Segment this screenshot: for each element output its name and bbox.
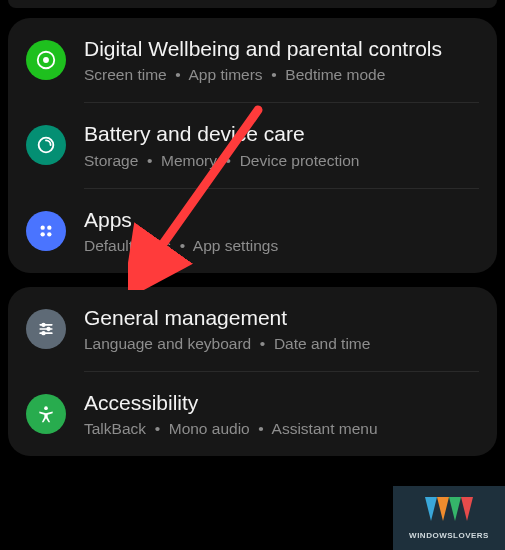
svg-marker-17 [437, 497, 449, 521]
settings-row-title: General management [84, 305, 479, 331]
settings-card-group-2: General management Language and keyboard… [8, 287, 497, 457]
svg-marker-16 [425, 497, 437, 521]
svg-marker-18 [449, 497, 461, 521]
svg-point-11 [47, 328, 50, 331]
settings-row-digital-wellbeing[interactable]: Digital Wellbeing and parental controls … [8, 18, 497, 102]
watermark-logo-icon [425, 497, 473, 527]
settings-row-title: Battery and device care [84, 121, 479, 147]
svg-point-5 [41, 232, 45, 236]
svg-point-6 [47, 232, 51, 236]
settings-row-text: Apps Default apps • App settings [84, 207, 479, 255]
svg-marker-19 [461, 497, 473, 521]
svg-point-1 [43, 57, 49, 63]
settings-row-subtitle: Language and keyboard • Date and time [84, 335, 479, 353]
settings-row-battery-device-care[interactable]: Battery and device care Storage • Memory… [8, 103, 497, 187]
svg-point-3 [41, 225, 45, 229]
settings-row-subtitle: Storage • Memory • Device protection [84, 152, 479, 170]
digital-wellbeing-icon [26, 40, 66, 80]
accessibility-icon [26, 394, 66, 434]
previous-card-bottom [8, 0, 497, 8]
settings-row-accessibility[interactable]: Accessibility TalkBack • Mono audio • As… [8, 372, 497, 456]
settings-row-title: Digital Wellbeing and parental controls [84, 36, 479, 62]
settings-row-title: Apps [84, 207, 479, 233]
settings-row-text: Accessibility TalkBack • Mono audio • As… [84, 390, 479, 438]
watermark-windowslovers: WINDOWSLOVERS [393, 486, 505, 550]
watermark-text: WINDOWSLOVERS [409, 531, 489, 540]
battery-care-icon [26, 125, 66, 165]
settings-row-text: Digital Wellbeing and parental controls … [84, 36, 479, 84]
settings-row-text: Battery and device care Storage • Memory… [84, 121, 479, 169]
settings-row-title: Accessibility [84, 390, 479, 416]
settings-row-general-management[interactable]: General management Language and keyboard… [8, 287, 497, 371]
apps-icon [26, 211, 66, 251]
svg-point-10 [42, 323, 45, 326]
settings-row-subtitle: Default apps • App settings [84, 237, 479, 255]
svg-point-13 [44, 406, 48, 410]
settings-card-group-1: Digital Wellbeing and parental controls … [8, 18, 497, 273]
svg-point-12 [42, 332, 45, 335]
settings-row-text: General management Language and keyboard… [84, 305, 479, 353]
svg-point-4 [47, 225, 51, 229]
general-management-icon [26, 309, 66, 349]
settings-row-subtitle: Screen time • App timers • Bedtime mode [84, 66, 479, 84]
settings-row-apps[interactable]: Apps Default apps • App settings [8, 189, 497, 273]
settings-row-subtitle: TalkBack • Mono audio • Assistant menu [84, 420, 479, 438]
